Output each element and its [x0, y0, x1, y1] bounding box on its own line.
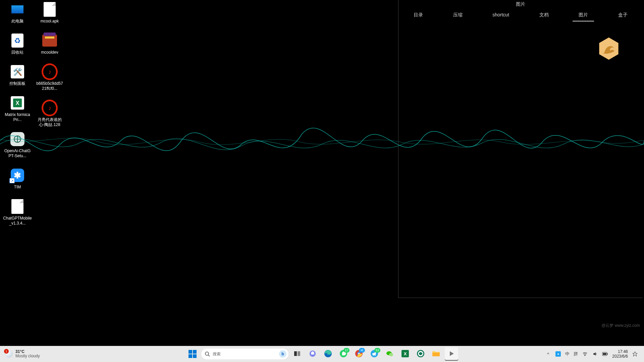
svg-line-3: [208, 355, 210, 356]
desktop-icon-label: OpenAi-ChatGPT-Setu...: [3, 148, 32, 159]
desktop-icon-label: ChatGPTMobile_v1.3.4...: [3, 216, 32, 226]
excel-icon: X: [401, 350, 409, 358]
chat-icon: [309, 350, 316, 358]
chrome-icon: M: [355, 350, 363, 359]
panel-body: [398, 25, 643, 298]
desktop-icon-rar[interactable]: mcooldev: [35, 33, 64, 55]
ncm-icon: ♪: [42, 100, 58, 116]
svg-marker-19: [450, 351, 454, 356]
taskbar-app-start[interactable]: [186, 347, 199, 361]
weather-desc: Mostly cloudy: [15, 354, 40, 358]
taskbar-search[interactable]: 搜索b: [201, 349, 288, 359]
cp-icon: 🛠️: [9, 64, 25, 80]
taskview-icon: [293, 350, 301, 358]
desktop-icon-openai[interactable]: OpenAi-ChatGPT-Setu...: [3, 131, 32, 159]
taskbar-app-excel[interactable]: X: [398, 347, 412, 361]
app-badge: 17: [343, 348, 350, 353]
taskbar-app-chrome[interactable]: M: [352, 347, 366, 361]
panel-title: 图片: [398, 0, 643, 9]
rar-icon: [42, 33, 58, 49]
file-icon: [42, 1, 58, 17]
openai-icon: [9, 131, 25, 147]
telegram-icon: 53: [370, 350, 378, 359]
wifi-icon[interactable]: [582, 351, 588, 357]
desktop-icon-label: 控制面板: [9, 81, 25, 86]
svg-rect-24: [607, 353, 608, 355]
copilot-icon[interactable]: [632, 351, 638, 357]
desktop-icon-ncm[interactable]: ♪b665b5c9dd5721ffcf0...: [35, 64, 64, 91]
desktop-icon-file[interactable]: ChatGPTMobile_v1.3.4...: [3, 198, 32, 226]
panel-tab-图片[interactable]: 图片: [573, 11, 594, 21]
bin-icon: ♻: [9, 33, 25, 49]
wechat-icon: [386, 350, 394, 359]
desktop-icon-label: mcool.apk: [41, 19, 59, 24]
panel-tab-目录[interactable]: 目录: [408, 11, 429, 21]
app-badge: 53: [374, 348, 380, 353]
tray-qq-icon[interactable]: ✦: [555, 351, 561, 357]
desktop-icon-file[interactable]: mcool.apk: [35, 1, 64, 24]
taskbar-app-openai[interactable]: [414, 347, 427, 361]
bing-icon: b: [279, 350, 286, 358]
shortcut-arrow-icon: ↗: [9, 178, 15, 183]
svg-point-14: [389, 353, 393, 356]
desktop-icon-label: 回收站: [11, 50, 23, 55]
desktop-icon-xlsx[interactable]: XMatrix formica Pri...: [3, 95, 32, 122]
search-icon: [205, 351, 210, 357]
desktop-icon-label: b665b5c9dd5721ffcf0...: [35, 81, 64, 91]
whatsapp-icon: 17: [339, 350, 347, 359]
taskbar-app-telegram[interactable]: 53: [368, 347, 381, 361]
taskbar-clock[interactable]: 17:46 2023/6/6: [612, 349, 628, 359]
system-tray: ^ ✦ 中 拼 17:46 2023/6/6: [545, 349, 644, 359]
desktop-icon-label: 月亮代表谁的心-陶喆.128: [35, 117, 64, 127]
edge-icon: [324, 350, 332, 359]
xlsx-icon: X: [9, 95, 25, 111]
weather-alert-badge: 1: [4, 349, 9, 354]
play-icon: [448, 350, 455, 358]
taskbar-center: 搜索b17M53X: [186, 346, 458, 362]
panel-tab-文档[interactable]: 文档: [533, 11, 555, 21]
svg-text:✦: ✦: [557, 352, 559, 356]
svg-point-22: [585, 355, 585, 356]
win-icon: [189, 350, 197, 358]
bird-hex-icon[interactable]: [598, 37, 619, 60]
panel-tab-压缩[interactable]: 压缩: [447, 11, 469, 21]
taskbar-app-explorer[interactable]: [429, 347, 443, 361]
desktop-icon-ncm[interactable]: ♪月亮代表谁的心-陶喆.128: [35, 100, 64, 127]
svg-rect-25: [603, 353, 606, 355]
taskbar-app-taskview[interactable]: [290, 347, 304, 361]
ncm-icon: ♪: [42, 64, 58, 80]
explorer-icon: [432, 350, 440, 358]
desktop-icon-tim[interactable]: ✱↗TIM: [3, 167, 32, 190]
desktop-icon-cp[interactable]: 🛠️控制面板: [3, 64, 32, 86]
desktop-icon-label: Matrix formica Pri...: [3, 112, 32, 122]
app-badge: M: [359, 348, 365, 353]
taskbar-app-whatsapp[interactable]: 17: [337, 347, 350, 361]
taskbar-app-wechat[interactable]: [383, 347, 396, 361]
desktop-icon-pc[interactable]: 此电脑: [3, 1, 32, 24]
desktop-icon-bin[interactable]: ♻回收站: [3, 33, 32, 55]
search-placeholder: 搜索: [213, 351, 221, 357]
weather-widget[interactable]: 1 31°C Mostly cloudy: [0, 350, 106, 358]
side-panel: 图片 目录压缩shortcut文档图片盒子: [398, 0, 643, 298]
clock-date: 2023/6/6: [612, 354, 628, 359]
desktop: 此电脑♻回收站🛠️控制面板XMatrix formica Pri...OpenA…: [0, 0, 644, 346]
volume-icon[interactable]: [592, 351, 598, 357]
weather-cloud-icon: 1: [5, 350, 13, 358]
desktop-icon-label: mcooldev: [41, 50, 58, 55]
battery-icon[interactable]: [602, 351, 608, 357]
pc-icon: [9, 1, 25, 17]
taskbar-app-mcool[interactable]: [445, 347, 458, 361]
tray-ime-lang[interactable]: 中: [565, 351, 570, 357]
tray-overflow-icon[interactable]: ^: [545, 351, 551, 357]
svg-text:X: X: [404, 351, 407, 356]
file-icon: [9, 198, 25, 215]
desktop-icon-label: 此电脑: [11, 19, 23, 24]
tray-ime-mode[interactable]: 拼: [574, 351, 578, 357]
panel-tab-shortcut[interactable]: shortcut: [486, 11, 515, 21]
taskbar-app-edge[interactable]: [321, 347, 335, 361]
panel-tabs: 目录压缩shortcut文档图片盒子: [398, 9, 643, 25]
panel-tab-盒子[interactable]: 盒子: [612, 11, 634, 21]
openai-icon: [417, 350, 425, 359]
taskbar-app-chat[interactable]: [306, 347, 319, 361]
svg-rect-4: [294, 351, 297, 356]
